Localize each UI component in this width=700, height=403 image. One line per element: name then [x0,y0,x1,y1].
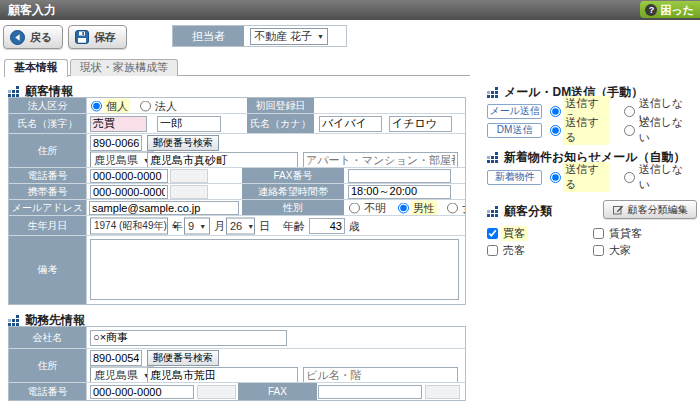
company-input[interactable] [90,330,287,346]
dm-send-tag: DM送信 [487,123,542,138]
radio-corporate[interactable]: 法人 [140,98,179,113]
row-work-phone: 電話番号 FAX [9,383,465,400]
zip-input[interactable] [90,135,142,151]
mail-send-tag: メール送信 [487,104,542,119]
age-unit: 歳 [349,218,360,233]
prefecture-select[interactable]: 鹿児島県 ▼ [90,152,154,168]
row-company: 会社名 [9,327,465,349]
row-legal-type: 法人区分 個人 法人 初回登録日 [9,98,465,114]
radio-gender-male[interactable]: 男性 [398,200,437,215]
work-fax-label: FAX [238,383,317,400]
tab-bar: 基本情報 現状・家族構成等 [4,59,470,76]
back-arrow-icon [10,30,25,45]
window-titlebar: 顧客入力 ? 困った [0,0,700,20]
row-mobile-time: 携帯番号 連絡希望時間帯 [9,184,465,200]
classification-edit-label: 顧客分類編集 [628,203,688,217]
radio-newprop-yes-label: 送信する [563,162,609,192]
radio-newprop-no[interactable]: 送信しない [624,162,693,192]
mobile-input[interactable] [90,185,168,199]
first-name-kanji-input[interactable] [157,116,221,132]
section-chart-icon [487,152,499,164]
gender-label: 性別 [242,200,344,215]
tab-basic-info[interactable]: 基本情報 [4,59,68,77]
first-registration-label: 初回登録日 [247,98,314,113]
birth-year-value: 1974 (昭和49年) [94,219,167,233]
work-phone-ext-box [197,385,236,399]
radio-dm-send-no-label: 送信しない [637,115,693,145]
radio-gender-unknown[interactable]: 不明 [349,200,388,215]
tab-family-info[interactable]: 現状・家族構成等 [70,59,178,76]
email-input[interactable] [89,201,239,215]
age-input[interactable] [309,218,345,234]
checkbox-renter-label: 賃貸客 [607,226,644,241]
contact-time-label: 連絡希望時間帯 [242,184,344,199]
birth-day-select[interactable]: 26 ▼ [226,217,255,234]
birth-month-value: 9 [188,220,194,232]
email-label: メールアドレス [9,200,87,215]
row-birthday: 生年月日 1974 (昭和49年) ▼ 年 9 ▼ 月 26 ▼ 日 年齢 歳 [9,216,465,236]
checkbox-buyer[interactable]: 買客 [487,226,527,241]
building-input[interactable] [303,152,458,167]
save-button-label: 保存 [94,30,116,45]
notes-textarea[interactable] [90,239,459,300]
radio-newprop-yes[interactable]: 送信する [550,162,609,192]
last-name-kana-input[interactable] [319,116,382,132]
birth-year-select[interactable]: 1974 (昭和49年) ▼ [90,217,168,234]
first-name-kana-input[interactable] [389,116,452,132]
new-property-row: 新着物件 送信する 送信しない [487,169,700,185]
work-phone-input[interactable] [90,385,194,399]
phone-label: 電話番号 [9,168,87,183]
work-building-input[interactable] [303,367,458,382]
work-city-input[interactable] [147,367,298,382]
row-work-address: 住所 郵便番号検索 鹿児島県 ▼ [9,349,465,383]
save-floppy-icon [75,30,89,44]
edit-pencil-icon [613,204,624,215]
radio-gender-female-label: 女性 [460,200,465,215]
city-input[interactable] [147,152,298,167]
work-zip-search-button[interactable]: 郵便番号検索 [147,350,219,366]
day-suffix: 日 [259,218,270,233]
checkbox-seller-label: 売客 [501,243,527,258]
month-suffix: 月 [214,218,225,233]
section-chart-icon [8,315,20,327]
zip-search-button[interactable]: 郵便番号検索 [147,135,219,151]
radio-dm-send-yes-label: 送信する [563,115,609,145]
staff-select[interactable]: 不動産 花子 ▼ [250,28,328,45]
radio-dm-send-yes[interactable]: 送信する [550,115,609,145]
phone-input[interactable] [90,169,168,183]
classification-header: 顧客分類 [487,203,552,220]
question-icon: ? [645,4,657,16]
radio-gender-male-label: 男性 [411,200,437,215]
birth-month-select[interactable]: 9 ▼ [184,217,210,234]
classification-edit-button[interactable]: 顧客分類編集 [603,200,697,219]
row-name: 氏名（漢字） 氏名（カナ） [9,114,465,134]
back-button[interactable]: 戻る [3,25,63,49]
help-button[interactable]: ? 困った [640,1,700,18]
checkbox-landlord[interactable]: 大家 [593,243,633,258]
checkbox-seller[interactable]: 売客 [487,243,527,258]
section-chart-icon [487,206,499,218]
section-chart-icon [8,86,20,98]
mobile-label: 携帯番号 [9,184,87,199]
radio-gender-female[interactable]: 女性 [447,200,465,215]
staff-label: 担当者 [173,26,244,46]
contact-time-input[interactable] [348,185,451,199]
radio-dm-send-no[interactable]: 送信しない [624,115,693,145]
radio-gender-unknown-label: 不明 [362,200,388,215]
work-fax-input[interactable] [318,385,422,399]
page-title: 顧客入力 [8,3,56,17]
work-zip-input[interactable] [90,350,142,366]
section-chart-icon [487,87,499,99]
birth-day-value: 26 [230,220,242,232]
prefecture-value: 鹿児島県 [94,153,138,168]
chevron-down-icon: ▼ [199,222,206,229]
work-prefecture-select[interactable]: 鹿児島県 ▼ [90,367,154,383]
radio-individual[interactable]: 個人 [91,98,130,113]
new-property-tag: 新着物件 [487,170,542,185]
checkbox-renter[interactable]: 賃貸客 [593,226,644,241]
last-name-kanji-input[interactable] [90,116,147,132]
radio-corporate-label: 法人 [153,98,179,113]
work-phone-label: 電話番号 [9,383,87,400]
save-button[interactable]: 保存 [68,25,127,49]
fax-input[interactable] [348,169,451,183]
